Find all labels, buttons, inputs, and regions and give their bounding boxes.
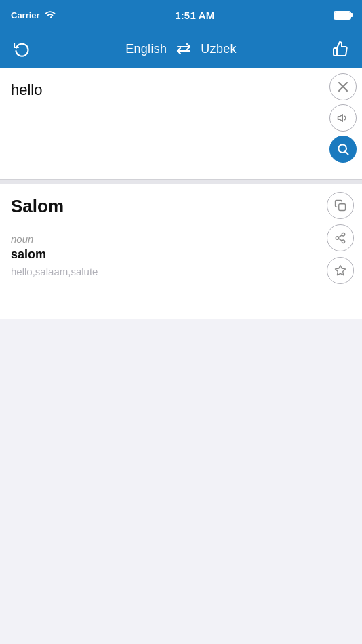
- result-actions: [327, 192, 354, 284]
- target-language[interactable]: Uzbek: [201, 42, 237, 56]
- translation-input[interactable]: hello: [0, 68, 321, 176]
- nav-bar: English Uzbek: [0, 30, 362, 68]
- share-button[interactable]: [327, 224, 354, 251]
- favorite-button[interactable]: [327, 257, 354, 284]
- result-translation: salom: [11, 247, 351, 262]
- input-area: hello: [0, 68, 362, 180]
- swap-languages-button[interactable]: [175, 41, 193, 56]
- svg-line-12: [338, 235, 342, 237]
- svg-line-6: [346, 152, 348, 155]
- part-of-speech: noun: [11, 233, 351, 245]
- status-bar-left: Carrier: [11, 9, 56, 21]
- status-bar-right: [334, 11, 351, 20]
- input-actions: [324, 68, 362, 179]
- svg-rect-7: [339, 204, 346, 211]
- wifi-icon: [44, 9, 56, 21]
- result-main-word: Salom: [11, 196, 351, 217]
- history-button[interactable]: [9, 37, 34, 61]
- source-language[interactable]: English: [125, 42, 167, 56]
- copy-button[interactable]: [327, 192, 354, 219]
- svg-marker-13: [336, 266, 346, 275]
- svg-line-11: [338, 239, 342, 241]
- status-time: 1:51 AM: [175, 9, 214, 21]
- result-area: Salom noun salom hello,salaam,sal: [0, 184, 362, 319]
- carrier-label: Carrier: [11, 10, 40, 20]
- svg-marker-4: [338, 115, 343, 122]
- thumbs-up-button[interactable]: [328, 37, 353, 61]
- battery-icon: [334, 11, 351, 20]
- clear-button[interactable]: [329, 73, 357, 100]
- speaker-button[interactable]: [329, 104, 357, 132]
- language-selector: English Uzbek: [125, 41, 237, 56]
- search-button[interactable]: [329, 136, 357, 163]
- status-bar: Carrier 1:51 AM: [0, 0, 362, 30]
- result-entry: noun salom hello,salaam,salute: [11, 233, 351, 277]
- result-synonyms: hello,salaam,salute: [11, 266, 351, 277]
